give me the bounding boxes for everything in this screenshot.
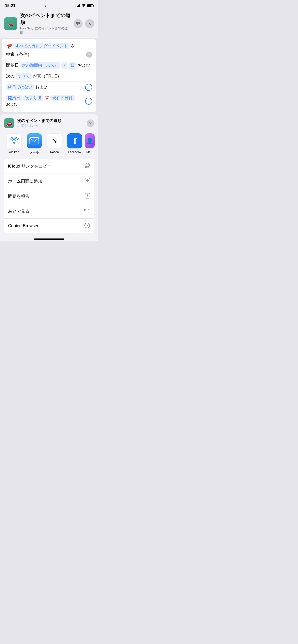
cond2-and: および	[6, 102, 18, 107]
condition-text-2: 開始日 次より後 📅 現在の日付 および	[6, 95, 85, 107]
svg-point-2	[77, 24, 78, 25]
app-item-mail[interactable]: メール	[24, 133, 44, 155]
airdrop-icon	[7, 133, 22, 148]
share-options-link[interactable]: オプション ›	[17, 124, 84, 128]
app-item-notion[interactable]: N Notion	[44, 133, 64, 155]
shortcut-title: 次のイベントまでの道順	[20, 12, 71, 26]
status-icons	[76, 4, 93, 8]
share-close-button[interactable]: ✕	[87, 119, 94, 127]
airdrop-label: AirDrop	[9, 150, 19, 154]
flow-start-label: 開始日	[6, 62, 19, 69]
icloud-copy-label: iCloud リンクをコピー	[8, 163, 51, 169]
shortcut-header: 🚗 次のイベントまでの道順 Hey Siri、次のイベントまでの道順	[0, 10, 98, 38]
notion-icon: N	[47, 133, 62, 148]
share-title-group: 次のイベントまでの道順 オプション ›	[17, 118, 84, 128]
flow-row-1: 📅 すべてのカレンダーイベント を 検索（条件） ✕	[6, 43, 92, 58]
battery-icon	[87, 4, 93, 7]
shortcut-subtitle: Hey Siri、次のイベントまでの道順	[20, 26, 71, 35]
flow-text-search: 検索（条件）	[6, 51, 32, 58]
cond1-and: および	[35, 85, 47, 90]
wifi-icon	[82, 4, 86, 8]
flow-true-label: が真（TRUE）	[33, 73, 61, 79]
current-date-tag[interactable]: 現在の日付	[50, 95, 75, 101]
facebook-icon: f	[67, 133, 82, 148]
action-later[interactable]: あとで見る	[4, 204, 94, 218]
remove-condition-1-button[interactable]: −	[85, 84, 92, 91]
status-time: 15:21	[5, 4, 15, 8]
share-sheet: 🚗 次のイベントまでの道順 オプション › ✕ A	[0, 114, 98, 241]
action-list: iCloud リンクをコピー ホーム画面に追加	[4, 159, 94, 233]
app-item-more[interactable]: 👤 Me...	[85, 133, 95, 155]
copied-browser-label: Copied Browser	[8, 223, 39, 228]
remove-condition-2-button[interactable]: −	[85, 98, 92, 105]
home-indicator	[0, 236, 98, 241]
car-icon: 🚗	[8, 21, 13, 26]
divider-2	[6, 71, 92, 71]
shortcut-info: 次のイベントまでの道順 Hey Siri、次のイベントまでの道順	[20, 12, 71, 35]
icloud-copy-icon	[84, 163, 90, 170]
action-icloud-copy[interactable]: iCloud リンクをコピー	[4, 159, 94, 174]
divider-1	[6, 60, 92, 60]
facebook-label: Facebook	[68, 150, 81, 154]
num-tag[interactable]: 7	[61, 62, 68, 69]
header-controls: ✕	[74, 19, 94, 28]
unit-tag[interactable]: 日	[69, 62, 77, 69]
app-item-airdrop[interactable]: AirDrop	[4, 133, 24, 155]
svg-point-1	[79, 23, 80, 24]
svg-point-19	[87, 196, 88, 197]
start-date-tag[interactable]: 開始日	[6, 95, 22, 101]
share-title: 次のイベントまでの道順	[17, 118, 84, 124]
close-top-button[interactable]: ✕	[85, 19, 94, 28]
flow-next-label: 次の	[6, 73, 15, 79]
later-icon	[84, 208, 90, 214]
share-app-icon: 🚗	[4, 118, 14, 128]
svg-rect-10	[30, 138, 39, 144]
status-bar: 15:21 ✈︎	[0, 0, 98, 10]
not-allday-tag[interactable]: 終日ではない	[6, 84, 34, 90]
condition-row-2: 開始日 次より後 📅 現在の日付 および −	[6, 95, 92, 107]
later-label: あとで見る	[8, 208, 29, 214]
filter-button[interactable]	[74, 19, 83, 28]
share-car-icon: 🚗	[6, 120, 13, 127]
more-label: Me...	[86, 150, 93, 154]
svg-line-21	[86, 225, 89, 226]
report-icon	[85, 193, 90, 200]
condition-text-1: 終日ではない および	[6, 84, 85, 90]
mail-icon	[27, 133, 42, 148]
calendar-emoji: 📅	[6, 43, 12, 50]
divider-3	[6, 82, 92, 82]
action-copied-browser[interactable]: Copied Browser	[4, 218, 94, 233]
flow-row-2: 開始日 次の期間内（未来） 7 日 および	[6, 62, 92, 69]
home-bar	[34, 238, 64, 240]
report-label: 問題を報告	[8, 193, 29, 199]
period-tag[interactable]: 次の期間内（未来）	[20, 62, 60, 69]
flow-text-1: を	[71, 43, 75, 49]
notion-label: Notion	[50, 150, 59, 154]
more-icon: 👤	[85, 133, 95, 148]
app-item-facebook[interactable]: f Facebook	[64, 133, 85, 155]
svg-point-9	[13, 142, 15, 144]
shortcut-app-icon: 🚗	[4, 17, 17, 30]
location-icon: ✈︎	[44, 4, 47, 8]
share-header: 🚗 次のイベントまでの道順 オプション › ✕	[0, 114, 98, 130]
all-tag[interactable]: すべて	[16, 73, 32, 79]
add-home-label: ホーム画面に追加	[8, 178, 42, 184]
calendar-events-tag[interactable]: すべてのカレンダーイベント	[13, 43, 70, 49]
action-add-home[interactable]: ホーム画面に追加	[4, 174, 94, 189]
apps-row: AirDrop メール N Notion	[0, 130, 98, 159]
add-home-icon	[85, 178, 90, 185]
signal-bars	[76, 4, 80, 7]
flow-row-3: 次の すべて が真（TRUE）	[6, 73, 92, 79]
flow-text-and: および	[78, 62, 90, 69]
shortcut-flow-content: 📅 すべてのカレンダーイベント を 検索（条件） ✕ 開始日 次の期間内（未来）…	[2, 39, 96, 112]
condition-row-1: 終日ではない および −	[6, 84, 92, 91]
divider-4	[6, 93, 92, 93]
mail-label: メール	[30, 150, 39, 155]
flow-close-btn[interactable]: ✕	[86, 52, 92, 58]
copied-browser-icon	[84, 223, 90, 229]
after-tag[interactable]: 次より後	[23, 95, 43, 101]
action-report[interactable]: 問題を報告	[4, 189, 94, 204]
